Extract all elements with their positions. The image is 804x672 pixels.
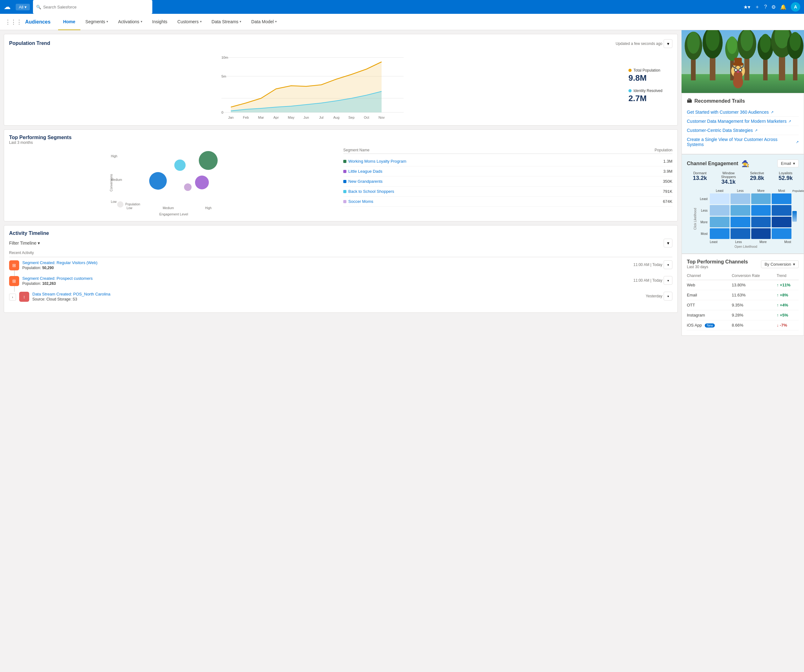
blue-dot bbox=[628, 89, 632, 92]
channels-title-group: Top Performing Channels Last 30 days bbox=[687, 259, 748, 269]
top-channels-section: Top Performing Channels Last 30 days By … bbox=[681, 254, 804, 336]
channel-rate: 9.35% bbox=[732, 300, 777, 310]
search-bar[interactable]: 🔍 bbox=[33, 0, 152, 14]
svg-point-28 bbox=[195, 175, 209, 190]
pop-legend-label: Population bbox=[793, 190, 799, 193]
list-item: Working Moms Loyalty Program 1.3M bbox=[343, 156, 672, 167]
nav-item-segments[interactable]: Segments ▾ bbox=[80, 14, 113, 30]
nav-item-datamodel[interactable]: Data Model ▾ bbox=[246, 14, 282, 30]
nav-icons: ★▾ ＋ ? ⚙ 🔔 A bbox=[744, 2, 800, 11]
heatmap-row-label: Most bbox=[693, 232, 709, 235]
activity-link[interactable]: Segment Created: Regular Visitors (Web) bbox=[22, 260, 630, 265]
svg-text:Jul: Jul bbox=[319, 116, 324, 119]
list-item: ⊞ Segment Created: Regular Visitors (Web… bbox=[9, 260, 672, 270]
pop-legend-bar bbox=[793, 211, 797, 222]
selective-metric: Selective 29.8k bbox=[744, 171, 770, 185]
segment-name[interactable]: Back to School Shoppers bbox=[343, 189, 394, 194]
expand-button[interactable]: › bbox=[9, 294, 16, 301]
list-item: › ↕ Data Stream Created: POS_North Carol… bbox=[9, 292, 672, 302]
svg-text:Feb: Feb bbox=[243, 116, 249, 119]
activity-link[interactable]: Data Stream Created: POS_North Carolina bbox=[32, 292, 642, 296]
trail-link[interactable]: Create a Single View of Your Customer Ac… bbox=[687, 135, 799, 149]
help-icon[interactable]: ? bbox=[764, 4, 767, 10]
channels-title: Top Performing Channels bbox=[687, 259, 748, 265]
heatmap-cell bbox=[710, 205, 730, 216]
chevron-down-icon: ▾ bbox=[793, 161, 795, 166]
identity-value: 2.7M bbox=[628, 93, 672, 103]
search-input[interactable] bbox=[43, 5, 149, 10]
svg-point-62 bbox=[739, 69, 741, 71]
notifications-icon[interactable]: 🔔 bbox=[780, 4, 786, 10]
activity-options-button[interactable]: ▾ bbox=[663, 276, 672, 285]
activity-options-button[interactable]: ▾ bbox=[663, 260, 672, 269]
channel-header-trend: Trend bbox=[777, 271, 799, 280]
svg-text:5m: 5m bbox=[221, 74, 226, 78]
channel-rate: 9.28% bbox=[732, 310, 777, 320]
app-name: Audiences bbox=[25, 19, 51, 25]
filter-timeline-button[interactable]: Filter Timeline ▾ bbox=[9, 240, 40, 245]
grid-icon[interactable]: ⋮⋮⋮ bbox=[5, 18, 22, 25]
update-options-button[interactable]: ▾ bbox=[663, 39, 672, 48]
trail-link[interactable]: Customer-Centric Data Strategies ↗ bbox=[687, 126, 799, 135]
svg-text:Jan: Jan bbox=[228, 116, 234, 119]
segment-color-icon bbox=[343, 170, 346, 173]
channel-trend: ↓ -7% bbox=[777, 320, 799, 330]
segment-name[interactable]: Little League Dads bbox=[343, 169, 382, 174]
chevron-down-icon: ▾ bbox=[106, 20, 108, 23]
activity-meta: Source: Cloud Storage: S3 bbox=[32, 297, 642, 301]
svg-point-47 bbox=[740, 30, 753, 51]
avatar[interactable]: A bbox=[791, 2, 800, 11]
channel-rate: 8.66% bbox=[732, 320, 777, 330]
heatmap-wrapper: Click Likelihood Least Less More Most Po… bbox=[687, 189, 799, 249]
recommended-trails-section: 🏔 Recommended Trails Get Started with Cu… bbox=[681, 93, 804, 154]
favorites-icon[interactable]: ★▾ bbox=[744, 4, 750, 10]
window-shoppers-metric: Window Shoppers 34.1k bbox=[716, 171, 742, 185]
svg-text:Medium: Medium bbox=[163, 206, 174, 210]
table-row: iOS App New 8.66% ↓ -7% bbox=[687, 320, 799, 330]
channel-name: iOS App New bbox=[687, 320, 732, 330]
trail-link[interactable]: Customer Data Management for Modern Mark… bbox=[687, 117, 799, 126]
nav-item-datastreams[interactable]: Data Streams ▾ bbox=[207, 14, 247, 30]
segments-title: Top Performing Segments bbox=[9, 135, 72, 140]
segment-color-icon bbox=[343, 160, 346, 163]
trail-link[interactable]: Get Started with Customer 360 Audiences … bbox=[687, 108, 799, 117]
add-icon[interactable]: ＋ bbox=[755, 4, 760, 10]
nav-item-activations[interactable]: Activations ▾ bbox=[113, 14, 147, 30]
segment-list-header: Segment Name Population bbox=[343, 148, 672, 154]
population-trend-card: Population Trend Updated a few seconds a… bbox=[4, 34, 678, 126]
segment-name[interactable]: Soccer Moms bbox=[343, 199, 373, 204]
svg-point-44 bbox=[727, 36, 737, 54]
svg-text:Low: Low bbox=[127, 206, 132, 210]
loyalists-metric: Loyalists 52.9k bbox=[773, 171, 799, 185]
heatmap-col-label: Less bbox=[730, 189, 750, 193]
settings-icon[interactable]: ⚙ bbox=[771, 4, 776, 10]
heatmap-row-label: Least bbox=[693, 197, 709, 201]
filter-row: Filter Timeline ▾ ▾ bbox=[9, 239, 672, 247]
chevron-down-icon: ▾ bbox=[240, 20, 241, 23]
population-trend-title: Population Trend bbox=[9, 41, 50, 46]
main-layout: Population Trend Updated a few seconds a… bbox=[0, 30, 804, 336]
channel-dropdown[interactable]: Email ▾ bbox=[777, 160, 799, 167]
timeline-options-button[interactable]: ▾ bbox=[663, 239, 672, 247]
channel-trend: ↑ +11% bbox=[777, 280, 799, 290]
nav-item-home[interactable]: Home bbox=[58, 14, 80, 30]
nav-item-customers[interactable]: Customers ▾ bbox=[172, 14, 207, 30]
activity-title: Activity Timeline bbox=[9, 231, 49, 236]
nav-item-insights[interactable]: Insights bbox=[147, 14, 172, 30]
salesforce-logo: ☁ bbox=[4, 3, 11, 11]
activity-link[interactable]: Segment Created: Prospect customers bbox=[22, 276, 630, 281]
by-conversion-dropdown[interactable]: By Conversion ▾ bbox=[761, 260, 799, 268]
svg-text:Aug: Aug bbox=[333, 116, 340, 119]
list-item: Back to School Shoppers 791K bbox=[343, 186, 672, 196]
svg-text:Jun: Jun bbox=[303, 116, 309, 119]
all-pill[interactable]: All ▾ bbox=[16, 4, 30, 10]
heatmap-cell bbox=[730, 228, 750, 239]
channel-header-channel: Channel bbox=[687, 271, 732, 280]
trend-up-arrow: ↑ bbox=[777, 293, 779, 298]
trails-title: 🏔 Recommended Trails bbox=[687, 98, 799, 104]
segment-name[interactable]: Working Moms Loyalty Program bbox=[343, 159, 406, 164]
segment-name[interactable]: New Grandparents bbox=[343, 179, 382, 184]
heatmap-cell bbox=[710, 228, 730, 239]
svg-text:Low: Low bbox=[111, 200, 117, 203]
activity-options-button[interactable]: ▾ bbox=[663, 292, 672, 301]
